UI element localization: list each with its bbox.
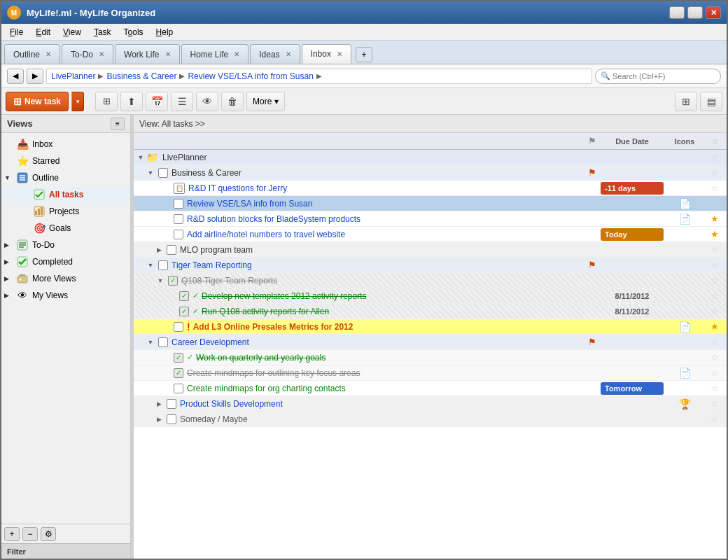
column-header-duedate[interactable]: Due Date: [601, 137, 664, 146]
psd-label[interactable]: Product Skills Development: [180, 399, 584, 409]
tiger-label[interactable]: Tiger Team Reporting: [172, 260, 584, 270]
list-button[interactable]: ☰: [171, 92, 193, 111]
bizcareer-checkbox[interactable]: [158, 168, 168, 178]
runq108-star[interactable]: ☆: [706, 306, 724, 316]
column-header-star[interactable]: ☆: [706, 136, 724, 146]
menu-edit[interactable]: Edit: [30, 26, 56, 38]
sidebar-item-inbox[interactable]: 📥 Inbox: [1, 136, 130, 153]
back-button[interactable]: ◀: [7, 69, 24, 84]
mindmap1-checkbox[interactable]: ✓: [174, 368, 183, 378]
wqyg-star[interactable]: ☆: [706, 352, 724, 363]
tab-worklife-close[interactable]: ✕: [165, 50, 171, 58]
psd-star[interactable]: ☆: [706, 398, 724, 409]
tiger-star[interactable]: ☆: [706, 260, 724, 270]
liveplanner-star[interactable]: ☆: [706, 152, 724, 162]
sidebar-item-todo[interactable]: ▶ To-Do: [1, 237, 130, 253]
tab-outline-close[interactable]: ✕: [46, 50, 51, 58]
minimize-button[interactable]: ─: [669, 6, 685, 19]
column-header-priority[interactable]: ⚑: [584, 136, 601, 146]
career-label[interactable]: Career Development: [172, 337, 584, 347]
mlo-checkbox[interactable]: [167, 245, 176, 255]
tab-worklife[interactable]: Work Life ✕: [115, 44, 179, 64]
career-checkbox[interactable]: [158, 337, 168, 347]
tab-inbox[interactable]: Inbox ✕: [302, 44, 351, 64]
split-view-button[interactable]: ⊞: [675, 92, 697, 111]
sidebar-item-goals[interactable]: 🎯 Goals: [1, 220, 130, 237]
tiger-priority[interactable]: ⚑: [584, 260, 601, 270]
tab-add-button[interactable]: +: [356, 47, 372, 62]
mindmap2-checkbox[interactable]: [174, 384, 183, 393]
q108-star[interactable]: ☆: [706, 275, 724, 286]
menu-tools[interactable]: Tools: [118, 26, 149, 38]
rdsol-label[interactable]: R&D solution blocks for BladeSystem prod…: [187, 214, 584, 224]
airline-label[interactable]: Add airline/hotel numbers to travel webs…: [187, 230, 584, 239]
q108-checkbox[interactable]: ✓: [168, 276, 178, 286]
maximize-button[interactable]: □: [687, 6, 703, 19]
new-task-button[interactable]: ⊞ New task: [6, 92, 69, 111]
bizcareer-expander[interactable]: ▼: [146, 169, 155, 177]
airline-star[interactable]: ★: [706, 229, 724, 239]
sdm-label[interactable]: Someday / Maybe: [180, 414, 584, 424]
review-label[interactable]: Review VSE/LSA info from Susan: [187, 199, 584, 209]
sdm-expander[interactable]: ▶: [155, 415, 163, 424]
tab-todo-close[interactable]: ✕: [99, 50, 104, 58]
settings-view-button[interactable]: ⚙: [41, 527, 56, 541]
new-task-dropdown[interactable]: ▾: [71, 92, 84, 111]
tab-ideas[interactable]: Ideas ✕: [250, 44, 300, 64]
bizcareer-priority[interactable]: ⚑: [584, 167, 601, 178]
q108-expander[interactable]: ▼: [156, 276, 164, 285]
more-button[interactable]: More ▾: [246, 92, 285, 111]
sidebar-item-all-tasks[interactable]: All tasks: [1, 186, 130, 203]
forward-button[interactable]: ▶: [27, 69, 43, 84]
wqyg-checkbox[interactable]: ✓: [174, 353, 183, 363]
sdm-checkbox[interactable]: [167, 414, 176, 424]
review-star[interactable]: ☆: [706, 198, 724, 209]
rdsol-star[interactable]: ★: [706, 214, 724, 224]
career-priority[interactable]: ⚑: [584, 337, 601, 347]
rdit-star[interactable]: ☆: [706, 183, 724, 193]
breadcrumb-part-1[interactable]: LivePlanner: [51, 71, 95, 81]
sidebar-item-completed[interactable]: ▶ Completed: [1, 253, 130, 270]
sidebar-item-starred[interactable]: ⭐ Starred: [1, 153, 130, 169]
tiger-expander[interactable]: ▼: [146, 261, 155, 270]
mlo-label[interactable]: MLO program team: [180, 245, 584, 255]
sidebar-item-my-views[interactable]: ▶ 👁 My Views: [1, 287, 130, 304]
tab-outline[interactable]: Outline ✕: [4, 44, 60, 64]
psd-expander[interactable]: ▶: [155, 400, 163, 408]
tab-inbox-close[interactable]: ✕: [337, 50, 342, 58]
tab-homelife[interactable]: Home Life ✕: [181, 44, 249, 64]
remove-view-button[interactable]: −: [22, 527, 38, 541]
add-subtask-button[interactable]: ⊞: [95, 92, 118, 111]
devtempl-checkbox[interactable]: ✓: [179, 291, 189, 301]
mindmap1-star[interactable]: ☆: [706, 368, 724, 378]
liveplanner-expander[interactable]: ▼: [136, 153, 145, 162]
menu-help[interactable]: Help: [150, 26, 179, 38]
airline-checkbox[interactable]: [174, 230, 183, 239]
sidebar-item-more-views[interactable]: ▶ More Views: [1, 270, 130, 287]
rdit-label[interactable]: R&D IT questions for Jerry: [188, 183, 584, 193]
delete-button[interactable]: 🗑: [221, 92, 244, 111]
sidebar-item-projects[interactable]: Projects: [1, 203, 130, 220]
tab-todo[interactable]: To-Do ✕: [62, 44, 113, 64]
runq108-checkbox[interactable]: ✓: [179, 307, 189, 316]
psd-checkbox[interactable]: [167, 399, 176, 409]
review-checkbox[interactable]: [174, 199, 183, 209]
mindmap2-star[interactable]: ☆: [706, 383, 724, 393]
sdm-star[interactable]: ☆: [706, 414, 724, 424]
calendar-button[interactable]: 📅: [146, 92, 168, 111]
rdsol-checkbox[interactable]: [174, 214, 183, 224]
menu-view[interactable]: View: [57, 26, 87, 38]
l3-checkbox[interactable]: [174, 322, 183, 332]
career-star[interactable]: ☆: [706, 337, 724, 347]
mindmap2-label[interactable]: Create mindmaps for org charting contact…: [187, 384, 584, 393]
menu-file[interactable]: File: [4, 26, 29, 38]
l3-star[interactable]: ★: [706, 321, 724, 332]
sidebar-toggle-button[interactable]: ≡: [111, 118, 125, 130]
upload-button[interactable]: ⬆: [120, 92, 143, 111]
tab-ideas-close[interactable]: ✕: [286, 50, 291, 58]
l3-label[interactable]: Add L3 Online Presales Metrics for 2012: [193, 322, 584, 332]
search-input[interactable]: [595, 69, 721, 84]
close-button[interactable]: ✕: [706, 6, 721, 19]
tiger-checkbox[interactable]: [158, 260, 168, 270]
breadcrumb-part-2[interactable]: Business & Career: [106, 71, 176, 81]
